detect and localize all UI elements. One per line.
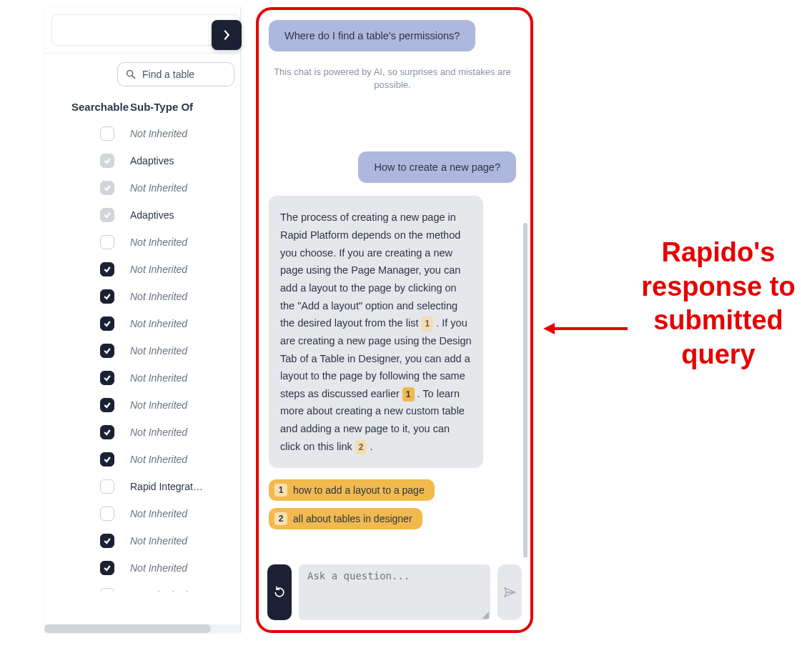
table-headers: Searchable Sub-Type Of [44,95,240,120]
table-row[interactable]: Not Inherited [44,446,240,473]
cell-checkbox [44,344,130,358]
cell-checkbox [44,235,130,249]
searchable-checkbox[interactable] [100,126,114,141]
ai-text-1: The process of creating a new page in Ra… [280,211,460,329]
annotation-arrow [543,321,629,336]
header-searchable[interactable]: Searchable [44,101,130,113]
searchable-checkbox[interactable] [100,479,114,494]
searchable-checkbox[interactable] [100,534,114,548]
cell-checkbox [44,316,130,331]
inline-ref-3[interactable]: 2 [355,440,367,454]
table-row[interactable]: Adaptives [44,201,240,229]
chat-vertical-scrollbar[interactable] [523,37,528,557]
cell-subtype[interactable]: Not Inherited [130,236,240,248]
top-input-row [44,7,240,54]
user-message-text: How to create a new page? [374,161,500,173]
ai-disclaimer: This chat is powered by AI, so surprises… [273,66,512,91]
svg-point-0 [127,71,133,76]
searchable-checkbox[interactable] [100,425,114,439]
table-row[interactable]: Not Inherited [44,337,240,364]
cell-subtype[interactable]: Rapid Integrat… [130,481,240,492]
searchable-checkbox[interactable] [100,316,114,331]
table-row[interactable]: Not Inherited [44,256,240,283]
table-row[interactable]: Not Inherited [44,392,240,419]
ai-text-2: . If you are creating a new page using t… [280,317,472,399]
find-table-input[interactable]: Find a table [117,62,234,86]
searchable-checkbox[interactable] [100,235,114,249]
resize-handle-icon[interactable] [482,612,489,619]
reference-chip-2[interactable]: 2 all about tables in designer [269,508,422,529]
horizontal-scrollbar[interactable] [44,624,240,633]
ask-question-input[interactable] [299,564,490,620]
table-row[interactable]: Not Inherited [44,283,240,310]
searchable-checkbox[interactable] [100,154,114,168]
restart-button[interactable] [267,564,292,620]
send-button[interactable] [497,564,522,620]
table-row[interactable]: Not Inherited [44,364,240,392]
searchable-checkbox[interactable] [100,398,114,412]
table-row[interactable]: Not Inherited [44,527,240,554]
cell-subtype[interactable]: Not Inherited [130,128,240,139]
cell-checkbox [44,126,130,141]
cell-subtype[interactable]: Adaptives [130,155,240,166]
cell-subtype[interactable]: Not Inherited [130,345,240,357]
cell-checkbox [44,371,130,385]
cell-checkbox [44,588,130,592]
chevron-right-icon [222,29,231,41]
searchable-checkbox[interactable] [100,371,114,385]
cell-checkbox [44,561,130,575]
searchable-checkbox[interactable] [100,208,114,222]
cell-subtype[interactable]: Not Inherited [130,291,240,302]
cell-checkbox [44,479,130,494]
table-row[interactable]: Not Inherited [44,419,240,446]
table-row[interactable]: Not Inherited [44,120,240,147]
searchable-checkbox[interactable] [100,588,114,592]
cell-subtype[interactable]: Adaptives [130,209,240,221]
inline-ref-2[interactable]: 1 [402,387,415,402]
cell-subtype[interactable]: Not Inherited [130,589,240,592]
annotation-text: Rapido's response to submitted query [629,236,808,372]
cell-subtype[interactable]: Not Inherited [130,508,240,519]
table-row[interactable]: Not Inherited [44,174,240,201]
ref-chip-label: how to add a layout to a page [293,484,425,496]
searchable-checkbox[interactable] [100,507,114,521]
table-row[interactable]: Not Inherited [44,554,240,582]
table-row[interactable]: Not Inherited [44,500,240,527]
user-message-bubble: How to create a new page? [358,151,516,183]
cell-subtype[interactable]: Not Inherited [130,264,240,275]
reference-chip-1[interactable]: 1 how to add a layout to a page [269,479,435,501]
inline-ref-1[interactable]: 1 [421,316,433,331]
suggestion-bubble[interactable]: Where do I find a table's permissions? [269,20,475,51]
cell-subtype[interactable]: Not Inherited [130,372,240,384]
searchable-checkbox[interactable] [100,181,114,195]
cell-checkbox [44,154,130,168]
svg-marker-4 [543,323,555,334]
send-icon [503,586,516,599]
cell-subtype[interactable]: Not Inherited [130,399,240,411]
table-row[interactable]: Not Inherited [44,582,240,592]
searchable-checkbox[interactable] [100,344,114,358]
cell-checkbox [44,452,130,467]
header-subtype[interactable]: Sub-Type Of [130,101,240,113]
table-row[interactable]: Not Inherited [44,310,240,337]
chat-input-row [259,557,530,630]
table-body: Not InheritedAdaptivesNot InheritedAdapt… [44,120,240,592]
cell-subtype[interactable]: Not Inherited [130,562,240,574]
cell-checkbox [44,398,130,412]
table-row[interactable]: Not Inherited [44,229,240,256]
cell-subtype[interactable]: Not Inherited [130,535,240,547]
cell-subtype[interactable]: Not Inherited [130,318,240,329]
table-row[interactable]: Rapid Integrat… [44,473,240,500]
svg-line-1 [132,76,135,79]
searchable-checkbox[interactable] [100,452,114,467]
collapse-panel-button[interactable] [212,20,242,50]
cell-checkbox [44,289,130,304]
cell-subtype[interactable]: Not Inherited [130,454,240,465]
ai-text-4: . [370,441,372,452]
cell-subtype[interactable]: Not Inherited [130,182,240,194]
table-row[interactable]: Adaptives [44,147,240,174]
searchable-checkbox[interactable] [100,289,114,304]
searchable-checkbox[interactable] [100,262,114,276]
cell-subtype[interactable]: Not Inherited [130,427,240,438]
searchable-checkbox[interactable] [100,561,114,575]
